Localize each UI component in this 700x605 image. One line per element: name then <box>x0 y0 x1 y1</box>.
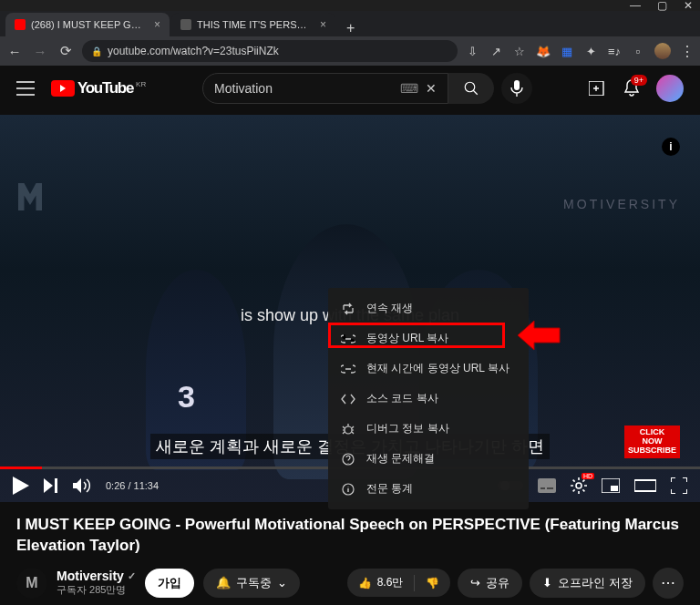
subscribe-overlay[interactable]: CLICK NOW SUBSCRIBE <box>624 426 680 458</box>
tab-title: THIS TIME IT'S PERSONAL - Po… <box>197 19 314 30</box>
fullscreen-button[interactable] <box>671 477 687 494</box>
youtube-logo-text: YouTube <box>77 79 133 97</box>
captions-button[interactable] <box>538 478 556 493</box>
ctx-copy-embed[interactable]: 소스 코드 복사 <box>328 384 529 414</box>
extension-square-icon[interactable]: ▦ <box>560 44 574 58</box>
bell-icon: 🔔 <box>216 576 231 590</box>
share-button[interactable]: ↪ 공유 <box>458 569 522 598</box>
share-icon[interactable]: ↗ <box>489 44 503 58</box>
info-icon <box>341 482 355 497</box>
settings-button[interactable]: HD <box>571 477 587 494</box>
link-icon <box>341 332 355 346</box>
svg-rect-9 <box>540 487 545 489</box>
code-icon <box>341 392 355 406</box>
ctx-label: 동영상 URL 복사 <box>366 331 448 346</box>
info-card-icon[interactable]: i <box>662 138 680 156</box>
keyboard-icon[interactable]: ⌨ <box>400 81 418 96</box>
ctx-troubleshoot[interactable]: 재생 문제해결 <box>328 444 529 474</box>
svg-rect-8 <box>538 478 556 493</box>
back-button[interactable]: ← <box>5 44 24 59</box>
reload-button[interactable]: ⟳ <box>57 43 75 59</box>
profile-icon[interactable] <box>654 43 671 59</box>
browser-tab-row: (268) I MUST KEEP GOING - Po… × THIS TIM… <box>0 11 700 36</box>
video-meta-row: M Motiversity ✓ 구독자 285만명 가입 🔔 구독중 ⌄ 👍 8… <box>0 562 700 604</box>
install-icon[interactable]: ⇩ <box>465 44 479 58</box>
browser-toolbar: ← → ⟳ 🔒 youtube.com/watch?v=23tusPiiNZk … <box>0 36 700 66</box>
window-close[interactable]: ✕ <box>684 0 693 12</box>
dislike-button[interactable]: 👎 <box>415 570 450 596</box>
hamburger-menu-icon[interactable] <box>16 81 35 96</box>
extensions-puzzle-icon[interactable]: ✦ <box>583 44 598 58</box>
youtube-region: KR <box>136 80 146 88</box>
download-button[interactable]: ⬇ 오프라인 저장 <box>530 569 645 598</box>
ctx-copy-url-time[interactable]: 현재 시간에 동영상 URL 복사 <box>328 354 529 384</box>
window-maximize[interactable]: ▢ <box>657 0 667 12</box>
volume-button[interactable] <box>73 477 91 494</box>
tab-title: (268) I MUST KEEP GOING - Po… <box>31 19 149 30</box>
ctx-stats[interactable]: 전문 통계 <box>328 474 529 504</box>
svg-rect-1 <box>514 80 520 90</box>
window-titlebar: — ▢ ✕ <box>0 0 700 11</box>
share-label: 공유 <box>486 575 510 591</box>
thumbs-down-icon: 👎 <box>426 577 439 590</box>
like-count: 8.6만 <box>377 575 404 590</box>
create-button[interactable] <box>589 81 607 96</box>
browser-tab-active[interactable]: (268) I MUST KEEP GOING - Po… × <box>5 13 170 36</box>
channel-watermark-icon <box>18 183 42 210</box>
ctx-loop[interactable]: 연속 재생 <box>328 293 529 323</box>
address-bar[interactable]: 🔒 youtube.com/watch?v=23tusPiiNZk <box>82 40 458 62</box>
play-button[interactable] <box>13 477 29 495</box>
clear-search-icon[interactable]: ✕ <box>426 81 437 96</box>
close-icon[interactable]: × <box>154 18 160 31</box>
verified-icon: ✓ <box>128 570 136 582</box>
video-title: I MUST KEEP GOING - Powerful Motivationa… <box>0 502 700 562</box>
ctx-copy-debug[interactable]: 디버그 정보 복사 <box>328 414 529 444</box>
bug-icon <box>341 422 355 436</box>
ctx-label: 디버그 정보 복사 <box>366 421 449 436</box>
extension-fox-icon[interactable]: 🦊 <box>536 44 551 58</box>
search-input[interactable]: Motivation ⌨ ✕ <box>202 73 448 104</box>
lock-icon: 🔒 <box>91 46 102 56</box>
time-display: 0:26 / 11:34 <box>106 480 159 491</box>
channel-name[interactable]: Motiversity <box>57 569 124 583</box>
download-icon: ⬇ <box>542 576 552 590</box>
svg-rect-10 <box>547 487 553 489</box>
like-button[interactable]: 👍 8.6만 <box>347 569 415 597</box>
subscribe-label: 구독중 <box>236 575 272 591</box>
panel-icon[interactable]: ▫ <box>631 44 645 58</box>
ctx-label: 재생 문제해결 <box>366 451 435 467</box>
channel-avatar[interactable]: M <box>16 568 47 599</box>
theater-button[interactable] <box>634 478 656 493</box>
bookmark-star-icon[interactable]: ☆ <box>512 44 527 58</box>
ctx-copy-url[interactable]: 동영상 URL 복사 <box>328 323 529 354</box>
video-player[interactable]: 3 MOTIVERSITY is show up with the same p… <box>0 115 700 502</box>
channel-watermark-text: MOTIVERSITY <box>563 197 680 211</box>
ctx-label: 현재 시간에 동영상 URL 복사 <box>366 361 510 376</box>
favicon <box>180 19 191 30</box>
notifications-button[interactable]: 9+ <box>623 79 640 97</box>
svg-point-11 <box>576 483 582 488</box>
close-icon[interactable]: × <box>320 18 326 31</box>
search-container: Motivation ⌨ ✕ <box>162 73 572 104</box>
search-button[interactable] <box>448 73 494 104</box>
browser-tab-inactive[interactable]: THIS TIME IT'S PERSONAL - Po… × <box>171 13 335 36</box>
subscriber-count: 구독자 285만명 <box>57 583 136 597</box>
ctx-label: 연속 재생 <box>366 301 413 316</box>
miniplayer-button[interactable] <box>602 478 620 493</box>
playlist-icon[interactable]: ≡♪ <box>607 44 622 58</box>
window-minimize[interactable]: — <box>630 0 641 12</box>
browser-menu-icon[interactable]: ⋮ <box>680 43 695 60</box>
account-avatar[interactable] <box>656 75 684 102</box>
jersey-number: 3 <box>178 379 195 415</box>
join-button[interactable]: 가입 <box>145 569 194 598</box>
chevron-down-icon: ⌄ <box>277 576 287 590</box>
subscribe-button[interactable]: 🔔 구독중 ⌄ <box>203 569 300 598</box>
youtube-logo[interactable]: YouTube KR <box>51 79 146 97</box>
next-button[interactable] <box>44 478 58 493</box>
more-actions-button[interactable]: ⋯ <box>653 568 684 599</box>
svg-point-0 <box>465 82 475 92</box>
forward-button[interactable]: → <box>31 44 49 59</box>
new-tab-button[interactable]: + <box>337 20 364 36</box>
channel-info: Motiversity ✓ 구독자 285만명 <box>57 569 136 597</box>
voice-search-button[interactable] <box>501 73 532 104</box>
